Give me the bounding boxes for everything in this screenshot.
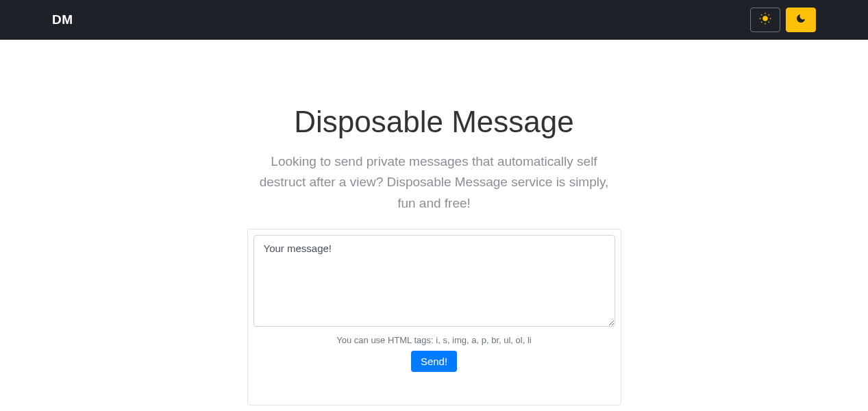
message-input[interactable] <box>253 235 615 327</box>
send-button[interactable]: Send! <box>411 351 457 372</box>
message-card: You can use HTML tags: i, s, img, a, p, … <box>247 229 621 406</box>
svg-point-0 <box>762 16 768 21</box>
svg-line-7 <box>761 22 762 23</box>
help-text: You can use HTML tags: i, s, img, a, p, … <box>253 335 615 345</box>
moon-icon <box>795 13 806 27</box>
dark-theme-button[interactable] <box>786 8 816 32</box>
sun-icon <box>759 12 771 27</box>
page-subtitle: Looking to send private messages that au… <box>249 151 619 214</box>
svg-line-4 <box>769 22 769 23</box>
main-container: Disposable Message Looking to send priva… <box>124 40 745 406</box>
page-title: Disposable Message <box>124 105 745 139</box>
light-theme-button[interactable] <box>750 8 780 32</box>
navbar: DM <box>0 0 868 40</box>
svg-line-3 <box>761 14 762 15</box>
theme-switcher <box>750 8 816 32</box>
brand-logo[interactable]: DM <box>52 12 73 27</box>
svg-line-8 <box>769 14 769 15</box>
